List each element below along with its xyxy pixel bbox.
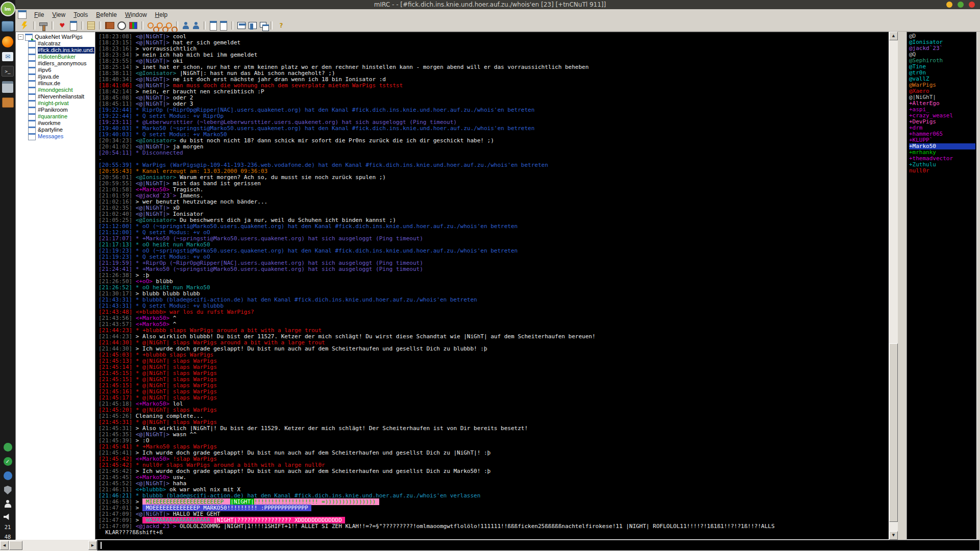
network-icon[interactable]: [4, 471, 12, 480]
tree-item[interactable]: #ipv6: [16, 67, 94, 73]
user-icon[interactable]: [4, 500, 12, 508]
volume-icon[interactable]: [4, 513, 12, 520]
menu-item-file[interactable]: File: [31, 10, 47, 19]
tree-item[interactable]: #workme: [16, 120, 94, 127]
menu-item-view[interactable]: View: [48, 10, 69, 19]
tree-item[interactable]: #java.de: [16, 73, 94, 80]
notify-list-icon[interactable]: [182, 22, 189, 29]
tree-item[interactable]: #alcatraz: [16, 40, 94, 47]
workspace-number-1[interactable]: 21: [5, 524, 11, 530]
chat-line: [21:45:35] <@|NiGhT|> wasn ^^: [99, 432, 889, 438]
tree-item[interactable]: &partyline: [16, 127, 94, 133]
tree-scrollbar[interactable]: ◀ ▶: [0, 540, 97, 551]
colors-icon[interactable]: [129, 22, 137, 29]
titlebar[interactable]: mIRC - - [#fick.dich.ins.knie.und.hoer.a…: [0, 0, 980, 9]
channel-window-icon: [28, 67, 36, 74]
tree-item-label: #workme: [38, 120, 94, 127]
address-book-icon[interactable]: [105, 22, 114, 29]
chat-scrollbar[interactable]: ▲ ▼: [889, 32, 898, 540]
window-manager-icon[interactable]: [2, 21, 14, 32]
file-manager-icon[interactable]: [2, 81, 13, 93]
tree-root-item[interactable]: −QuakeNet WarPigs: [16, 34, 94, 40]
close-button[interactable]: [969, 2, 975, 8]
chat-line: [21:02:16] > wer benutzt heutzutage noch…: [99, 199, 889, 205]
channels-list-icon[interactable]: [70, 21, 77, 31]
tree-item[interactable]: #fick.dich.ins.knie.und.hoer.auf.zu./who…: [16, 47, 94, 54]
menu-item-window[interactable]: Window: [121, 10, 151, 19]
tree-item[interactable]: #linux.de: [16, 80, 94, 87]
toolbar-separator: [231, 21, 233, 30]
package-manager-icon[interactable]: [2, 97, 14, 108]
scripts-editor-icon[interactable]: [87, 21, 95, 30]
chat-line: [21:45:15] * @|NiGhT| slaps WarPigs: [99, 370, 889, 377]
dcc-send-icon[interactable]: [148, 22, 154, 29]
tree-item[interactable]: #idlers_anonymous: [16, 60, 94, 67]
channel-window-icon: [28, 60, 36, 67]
tree-item-label: #java.de: [38, 73, 94, 80]
tree-expander-icon[interactable]: −: [18, 34, 23, 40]
chat-line: [21:24:41] * +Marko50 (~springsti@Marko5…: [99, 266, 889, 272]
mint-menu-icon[interactable]: lm: [1, 2, 15, 16]
dcc-chat-icon[interactable]: [157, 22, 163, 29]
tree-item[interactable]: Messages: [16, 133, 94, 140]
nick-item[interactable]: null0r: [909, 168, 976, 174]
tree-scrollbar-thumb[interactable]: [9, 541, 22, 550]
minimize-button[interactable]: [946, 2, 952, 8]
tree-item[interactable]: #Panikroom: [16, 107, 94, 113]
terminal-icon[interactable]: >_: [2, 66, 14, 77]
chat-scrollbar-thumb[interactable]: [889, 343, 898, 522]
panel-divider: [898, 32, 906, 540]
chat-line: [21:45:13] * @|NiGhT| slaps WarPigs: [99, 358, 889, 364]
scroll-down-icon[interactable]: ▼: [889, 531, 898, 540]
urls-list-icon[interactable]: [210, 21, 217, 31]
tree-item-label: Messages: [38, 133, 94, 140]
menu-item-help[interactable]: Help: [152, 10, 172, 19]
menu-item-tools[interactable]: Tools: [70, 10, 91, 19]
options-icon[interactable]: [39, 22, 47, 26]
browser-icon[interactable]: [2, 36, 13, 47]
chat-log: [18:23:08] <@|NiGhT|> cool[18:23:15] <@|…: [95, 32, 889, 540]
favorites-icon[interactable]: ♥: [58, 21, 67, 30]
toolbar-separator: [81, 21, 83, 30]
menu-item-befehle[interactable]: Befehle: [92, 10, 120, 19]
chat-line: [18:23:34] > nein ich hab mich bei ihm g…: [99, 52, 889, 58]
server-window-icon: [25, 34, 33, 41]
mail-icon[interactable]: ✉: [2, 52, 13, 61]
shield-icon[interactable]: [4, 486, 12, 494]
tree-item[interactable]: #IdiotenBunker: [16, 54, 94, 60]
scroll-up-icon[interactable]: ▲: [889, 32, 898, 40]
tile-vertical-icon[interactable]: [249, 22, 257, 29]
update-manager-icon[interactable]: [4, 443, 12, 452]
dcc-get-icon[interactable]: [166, 22, 172, 29]
tile-horizontal-icon[interactable]: [237, 22, 246, 29]
chat-line: [21:12:00] * oO (~springsti@Marko50.user…: [99, 223, 889, 230]
tree-item[interactable]: #mondgesicht: [16, 87, 94, 93]
logs-icon[interactable]: [220, 21, 227, 31]
query-icon[interactable]: [192, 22, 200, 29]
chat-line: [21:45:45] <+Marko50> usw.: [99, 474, 889, 481]
nick-item[interactable]: @jackd`23`: [909, 45, 976, 52]
status-ok-icon[interactable]: ✓: [4, 457, 12, 466]
help-icon[interactable]: ?: [277, 21, 286, 30]
online-timer-icon[interactable]: [117, 21, 126, 30]
nicklist-scroll-strip: [977, 32, 980, 540]
workspace-number-2[interactable]: 48: [5, 534, 11, 540]
tree-item[interactable]: #Nervenheilanstalt: [16, 93, 94, 100]
maximize-button[interactable]: [958, 2, 964, 8]
tree-item-label: QuakeNet WarPigs: [35, 34, 94, 40]
scroll-right-icon[interactable]: ▶: [88, 541, 97, 550]
chat-line: [20:59:55] <@|NiGhT|> mist das band ist …: [99, 181, 889, 187]
chat-line: [21:45:41] > Ich wurde doch grade geslap…: [99, 450, 889, 456]
toolbar-separator: [52, 21, 54, 30]
mdi-system-menu-icon[interactable]: [18, 10, 27, 19]
chat-line: [18:42:14] > nein, er braucht nen schrei…: [99, 89, 889, 95]
chat-line: [21:45:16] * @|NiGhT| slaps WarPigs: [99, 389, 889, 395]
connect-icon[interactable]: [20, 21, 29, 30]
cascade-icon[interactable]: [260, 22, 266, 28]
tree-item[interactable]: #night-privat: [16, 100, 94, 107]
message-input[interactable]: [97, 540, 980, 551]
scroll-left-icon[interactable]: ◀: [0, 541, 9, 550]
channel-window-icon: [28, 120, 36, 127]
tree-item[interactable]: #quarantine: [16, 113, 94, 120]
text-caret: [101, 542, 102, 549]
